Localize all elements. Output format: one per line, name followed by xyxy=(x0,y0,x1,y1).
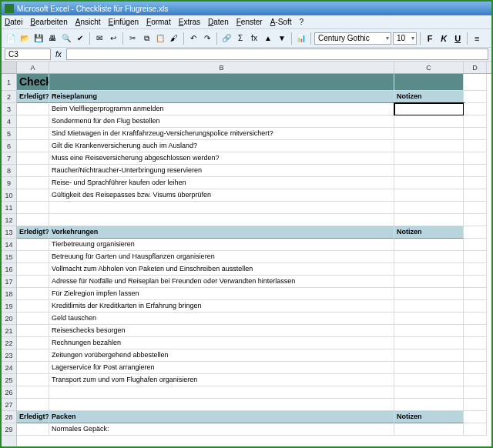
col-header-b[interactable]: B xyxy=(49,62,394,73)
row-header[interactable]: 20 xyxy=(2,313,16,325)
format-painter-icon[interactable]: 🖌 xyxy=(168,32,180,45)
cell[interactable] xyxy=(394,386,464,399)
row-header[interactable]: 14 xyxy=(2,239,16,251)
undo-icon[interactable]: ↶ xyxy=(187,32,200,45)
col-header-a[interactable]: A xyxy=(17,62,49,73)
row-header[interactable]: 25 xyxy=(2,374,16,386)
section-header[interactable]: Vorkehrungen xyxy=(49,226,394,239)
notes-cell[interactable] xyxy=(394,115,464,128)
done-cell[interactable] xyxy=(17,300,49,313)
done-cell[interactable] xyxy=(17,251,49,263)
menu-view[interactable]: Ansicht xyxy=(75,18,101,26)
checklist-item[interactable]: Adresse für Notfälle und Reiseplan bei F… xyxy=(49,276,394,288)
align-left-button[interactable]: ≡ xyxy=(471,32,483,45)
notes-cell[interactable] xyxy=(394,128,464,140)
section-header[interactable]: Packen xyxy=(49,411,394,423)
notes-cell[interactable] xyxy=(394,140,464,152)
checklist-title[interactable]: Checkliste für Flugreise xyxy=(17,74,49,91)
save-icon[interactable]: 💾 xyxy=(32,32,45,45)
row-header[interactable]: 23 xyxy=(2,349,16,362)
done-cell[interactable] xyxy=(17,374,49,386)
cell[interactable] xyxy=(464,300,487,313)
cell[interactable] xyxy=(394,202,464,214)
done-cell[interactable] xyxy=(17,276,49,288)
menu-tools[interactable]: Extras xyxy=(179,18,200,26)
row-header[interactable]: 28 xyxy=(2,411,16,423)
bold-button[interactable]: F xyxy=(424,32,436,45)
checklist-item[interactable]: Tierbetreuung organisieren xyxy=(49,239,394,251)
row-header[interactable]: 8 xyxy=(2,165,16,177)
cell[interactable] xyxy=(464,189,487,202)
row-header[interactable]: 7 xyxy=(2,152,16,165)
notes-cell[interactable] xyxy=(394,251,464,263)
done-cell[interactable] xyxy=(17,263,49,276)
checklist-item[interactable]: Kreditlimits der Kreditkarten in Erfahru… xyxy=(49,300,394,313)
cell[interactable] xyxy=(464,103,487,115)
header-erledigt[interactable]: Erledigt? xyxy=(17,411,49,423)
row-header[interactable]: 10 xyxy=(2,189,16,202)
notes-cell[interactable] xyxy=(394,374,464,386)
cell[interactable] xyxy=(17,202,49,214)
copy-icon[interactable]: ⧉ xyxy=(140,32,153,45)
notes-cell[interactable] xyxy=(394,325,464,337)
formula-input[interactable] xyxy=(66,48,488,60)
row-header[interactable]: 2 xyxy=(2,91,16,103)
notes-cell[interactable] xyxy=(394,349,464,362)
header-erledigt[interactable]: Erledigt? xyxy=(17,91,49,103)
notes-cell[interactable] xyxy=(394,152,464,165)
done-cell[interactable] xyxy=(17,325,49,337)
menu-help[interactable]: ? xyxy=(299,18,304,26)
cell[interactable] xyxy=(464,423,487,436)
row-header[interactable]: 11 xyxy=(2,202,16,214)
preview-icon[interactable]: 🔍 xyxy=(60,32,72,45)
cell[interactable] xyxy=(464,140,487,152)
row-header[interactable]: 9 xyxy=(2,177,16,189)
paste-icon[interactable]: 📋 xyxy=(154,32,166,45)
cell[interactable] xyxy=(49,214,394,226)
done-cell[interactable] xyxy=(17,140,49,152)
name-box[interactable]: C3 xyxy=(5,48,51,60)
row-header[interactable]: 1 xyxy=(2,74,16,91)
row-header[interactable]: 15 xyxy=(2,251,16,263)
reply-icon[interactable]: ↩ xyxy=(107,32,119,45)
cell[interactable] xyxy=(394,399,464,411)
checklist-item[interactable]: Sind Mietwagen in der Kraftfahrzeug-Vers… xyxy=(49,128,394,140)
cell[interactable] xyxy=(464,362,487,374)
checklist-item[interactable]: Raucher/Nichtraucher-Unterbringung reser… xyxy=(49,165,394,177)
mail-icon[interactable]: ✉ xyxy=(93,32,106,45)
done-cell[interactable] xyxy=(17,177,49,189)
checklist-item[interactable]: Zeitungen vorübergehend abbestellen xyxy=(49,349,394,362)
sum-icon[interactable]: Σ xyxy=(234,32,246,45)
checklist-item[interactable]: Betreuung für Garten und Hauspflanzen or… xyxy=(49,251,394,263)
cell[interactable] xyxy=(464,128,487,140)
checklist-item[interactable]: Transport zum und vom Flughafen organisi… xyxy=(49,374,394,386)
notes-cell[interactable] xyxy=(394,276,464,288)
cell[interactable] xyxy=(464,313,487,325)
sort-desc-icon[interactable]: ▼ xyxy=(276,32,288,45)
cell[interactable] xyxy=(464,91,487,103)
cell[interactable] xyxy=(464,202,487,214)
sort-asc-icon[interactable]: ▲ xyxy=(262,32,274,45)
row-header[interactable]: 4 xyxy=(2,115,16,128)
row-header[interactable]: 13 xyxy=(2,226,16,239)
cell[interactable] xyxy=(464,374,487,386)
menu-edit[interactable]: Bearbeiten xyxy=(30,18,67,26)
row-header[interactable]: 6 xyxy=(2,140,16,152)
done-cell[interactable] xyxy=(17,362,49,374)
notes-cell[interactable] xyxy=(394,177,464,189)
new-icon[interactable]: 📄 xyxy=(5,32,17,45)
header-notizen[interactable]: Notizen xyxy=(394,91,464,103)
header-notizen[interactable]: Notizen xyxy=(394,226,464,239)
cell[interactable] xyxy=(464,115,487,128)
row-header[interactable]: 17 xyxy=(2,276,16,288)
notes-cell[interactable] xyxy=(394,239,464,251)
cut-icon[interactable]: ✂ xyxy=(126,32,139,45)
done-cell[interactable] xyxy=(17,239,49,251)
cell[interactable] xyxy=(394,74,464,91)
menu-window[interactable]: Fenster xyxy=(236,18,263,26)
print-icon[interactable]: 🖶 xyxy=(46,32,59,45)
checklist-item[interactable]: Geld tauschen xyxy=(49,313,394,325)
done-cell[interactable] xyxy=(17,423,49,436)
checklist-item[interactable]: Für Zielregion impfen lassen xyxy=(49,288,394,300)
cell[interactable] xyxy=(464,214,487,226)
